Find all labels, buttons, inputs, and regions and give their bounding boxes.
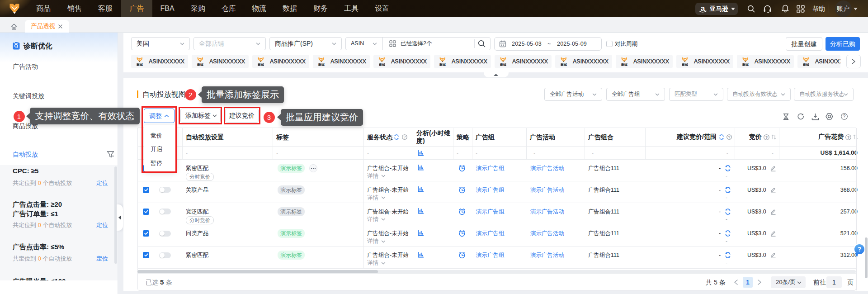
svg-text:赛狐: 赛狐: [258, 63, 264, 66]
svg-text:赛狐: 赛狐: [500, 63, 506, 66]
svg-text:赛狐: 赛狐: [742, 63, 749, 66]
svg-text:?: ?: [847, 135, 850, 139]
svg-text:赛狐: 赛狐: [318, 63, 325, 66]
svg-text:赛狐: 赛狐: [197, 63, 203, 66]
svg-text:赛狐: 赛狐: [137, 63, 143, 66]
svg-text:赛狐: 赛狐: [379, 63, 385, 66]
svg-text:?: ?: [843, 114, 846, 119]
svg-text:赛狐: 赛狐: [682, 63, 688, 66]
svg-text:赛狐: 赛狐: [621, 63, 627, 66]
svg-text:a: a: [701, 4, 705, 13]
svg-text:?: ?: [765, 135, 768, 139]
svg-text:赛狐: 赛狐: [803, 63, 809, 66]
svg-text:?: ?: [404, 135, 406, 139]
svg-text:赛狐: 赛狐: [439, 63, 446, 66]
svg-text:赛狐: 赛狐: [561, 63, 567, 66]
svg-text:?: ?: [728, 135, 730, 139]
